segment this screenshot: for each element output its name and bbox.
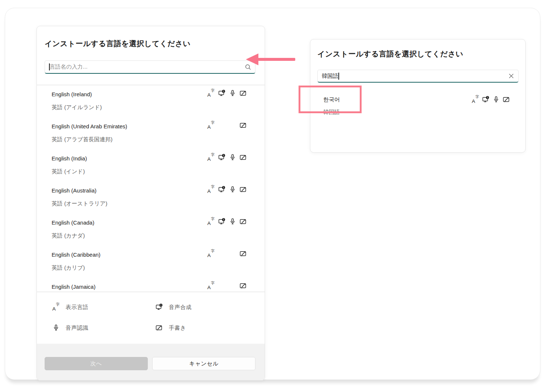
dialog-title: インストールする言語を選択してください [45,39,191,49]
handwriting-icon [239,121,248,129]
display-language-icon: A字 [207,121,216,129]
text-to-speech-icon [217,153,226,162]
feature-legend: A字 表示言語 音声合成 音声認識 [37,292,265,344]
language-localized: 英語 (カナダ) [52,232,248,239]
feature-icons: A字 [206,250,248,258]
language-localized: 英語 (アイルランド) [52,104,248,111]
display-language-icon: A字 [207,218,216,226]
search-placeholder: 言語名の入力... [50,63,88,70]
display-language-icon: A字 [52,303,60,311]
handwriting-icon [239,153,248,162]
language-row[interactable]: English (Ireland) 英語 (アイルランド) A字 [37,85,265,117]
feature-icons: A字 [206,121,248,129]
handwriting-icon [239,250,248,258]
handwriting-icon [239,282,248,290]
language-localized: 英語 (オーストラリア) [52,200,248,207]
language-list: English (Ireland) 英語 (アイルランド) A字 English… [37,85,265,292]
display-language-icon: A字 [471,96,480,104]
arrow-head-icon [246,53,258,65]
text-to-speech-icon [155,303,164,311]
legend-handwriting: 手書き [155,321,265,334]
dialog-title: インストールする言語を選択してください [317,49,463,59]
feature-icons: A字 [470,96,512,104]
legend-speech-recognition: 音声認識 [52,321,155,334]
speech-recognition-icon [492,96,501,104]
display-language-icon: A字 [207,153,216,162]
language-row[interactable]: English (Caribbean) 英語 (カリブ) A字 [37,246,265,278]
highlight-annotation-box [299,86,362,113]
search-value: 韓国語 [322,73,338,80]
handwriting-icon [502,96,511,104]
language-row[interactable]: English (India) 英語 (インド) A字 [37,149,265,181]
cancel-button[interactable]: キャンセル [152,357,255,370]
clear-icon[interactable] [508,72,515,80]
text-caret [338,73,339,80]
language-row[interactable]: English (United Arab Emirates) 英語 (アラブ首長… [37,117,265,149]
feature-icons: A字 [206,89,248,97]
speech-recognition-icon [228,218,237,226]
legend-text-to-speech: 音声合成 [155,301,265,314]
legend-display-language: A字 表示言語 [52,301,155,314]
language-search-input[interactable]: 言語名の入力... [45,60,255,74]
handwriting-icon [239,185,248,194]
feature-icons: A字 [206,218,248,226]
next-button[interactable]: 次へ [45,357,148,370]
text-to-speech-icon [217,89,226,97]
language-row[interactable]: English (Jamaica) A字 [37,278,265,292]
speech-recognition-icon [228,185,237,194]
handwriting-icon [155,324,164,332]
language-picker-dialog: インストールする言語を選択してください 言語名の入力... English (I… [36,26,265,381]
display-language-icon: A字 [207,185,216,194]
feature-icons: A字 [206,153,248,162]
language-row[interactable]: English (Canada) 英語 (カナダ) A字 [37,214,265,246]
dialog-footer: 次へ キャンセル [37,344,265,380]
language-localized: 英語 (アラブ首長国連邦) [52,136,248,143]
speech-recognition-icon [228,153,237,162]
language-row[interactable]: English (Australia) 英語 (オーストラリア) A字 [37,181,265,214]
handwriting-icon [239,218,248,226]
language-localized: 英語 (カリブ) [52,264,248,271]
language-localized: 英語 (インド) [52,168,248,175]
text-to-speech-icon [217,218,226,226]
text-to-speech-icon [217,185,226,194]
page-container: インストールする言語を選択してください 言語名の入力... English (I… [5,8,540,380]
display-language-icon: A字 [207,282,216,290]
feature-icons: A字 [206,185,248,194]
feature-icons: A字 [206,282,248,290]
speech-recognition-icon [52,324,60,332]
arrow-shaft [258,58,295,61]
speech-recognition-icon [228,89,237,97]
handwriting-icon [239,89,248,97]
display-language-icon: A字 [207,89,216,97]
display-language-icon: A字 [207,250,216,258]
text-to-speech-icon [481,96,490,104]
language-search-input[interactable]: 韓国語 [317,70,519,83]
